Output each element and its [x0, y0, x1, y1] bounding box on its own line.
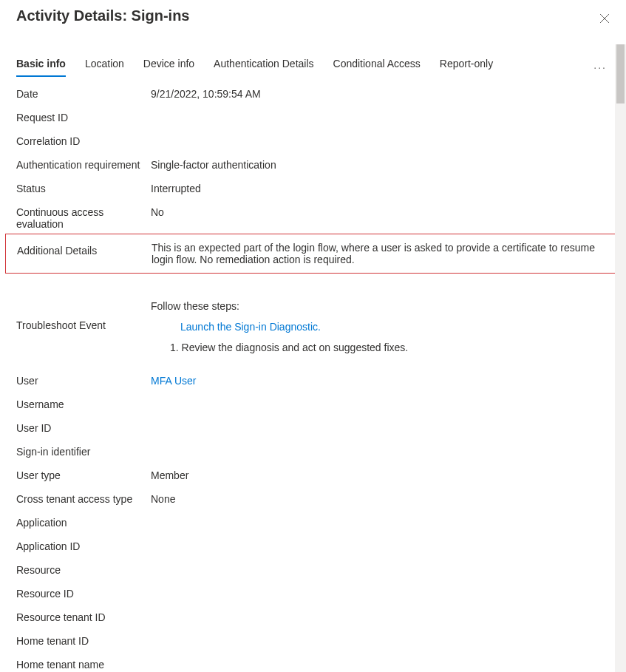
- tabs: Basic info Location Device info Authenti…: [16, 58, 493, 77]
- label-resource-tenant-id: Resource tenant ID: [16, 611, 151, 623]
- detail-row-application: Application: [16, 513, 610, 537]
- detail-row-status: Status Interrupted: [16, 179, 610, 203]
- value-auth-requirement: Single-factor authentication: [151, 159, 610, 171]
- label-user: User: [16, 375, 151, 387]
- detail-row-user: User MFA User: [16, 371, 610, 395]
- label-username: Username: [16, 398, 151, 410]
- value-date: 9/21/2022, 10:59:54 AM: [151, 88, 610, 100]
- label-date: Date: [16, 88, 151, 100]
- detail-row-cross-tenant: Cross tenant access type None: [16, 489, 610, 513]
- detail-row-user-id: User ID: [16, 418, 610, 442]
- label-status: Status: [16, 183, 151, 194]
- troubleshoot-intro: Follow these steps:: [151, 300, 610, 312]
- detail-row-troubleshoot: Troubleshoot Event Follow these steps: L…: [16, 300, 610, 353]
- label-signin-identifier: Sign-in identifier: [16, 446, 151, 458]
- launch-signin-diagnostic-link[interactable]: Launch the Sign-in Diagnostic.: [180, 321, 321, 333]
- troubleshoot-step: 1. Review the diagnosis and act on sugge…: [151, 342, 610, 353]
- label-user-type: User type: [16, 469, 151, 481]
- label-auth-requirement: Authentication requirement: [16, 159, 151, 171]
- label-cae: Continuous access evaluation: [16, 206, 151, 230]
- detail-row-auth-requirement: Authentication requirement Single-factor…: [16, 155, 610, 179]
- tab-authentication-details[interactable]: Authentication Details: [214, 58, 313, 77]
- label-troubleshoot: Troubleshoot Event: [16, 300, 151, 331]
- value-cae: No: [151, 206, 610, 218]
- more-icon[interactable]: ···: [591, 58, 610, 76]
- detail-row-request-id: Request ID: [16, 108, 610, 132]
- detail-row-cae: Continuous access evaluation No: [16, 203, 610, 234]
- value-user-link[interactable]: MFA User: [151, 375, 610, 387]
- detail-row-resource-tenant-id: Resource tenant ID: [16, 608, 610, 631]
- additional-details-highlight: Additional Details This is an expected p…: [5, 234, 621, 274]
- scrollbar[interactable]: [615, 44, 626, 672]
- detail-row-username: Username: [16, 395, 610, 418]
- detail-row-correlation-id: Correlation ID: [16, 132, 610, 155]
- label-resource: Resource: [16, 564, 151, 576]
- detail-row-date: Date 9/21/2022, 10:59:54 AM: [16, 84, 610, 108]
- tab-report-only[interactable]: Report-only: [440, 58, 493, 77]
- page-title: Activity Details: Sign-ins: [16, 7, 190, 24]
- detail-row-home-tenant-id: Home tenant ID: [16, 631, 610, 655]
- value-additional-details: This is an expected part of the login fl…: [152, 242, 609, 265]
- troubleshoot-content: Follow these steps: Launch the Sign-in D…: [151, 300, 610, 353]
- detail-row-home-tenant-name: Home tenant name: [16, 655, 610, 672]
- detail-row-user-type: User type Member: [16, 466, 610, 489]
- label-user-id: User ID: [16, 422, 151, 434]
- value-status: Interrupted: [151, 183, 610, 194]
- label-correlation-id: Correlation ID: [16, 135, 151, 147]
- label-resource-id: Resource ID: [16, 588, 151, 600]
- label-additional-details: Additional Details: [17, 242, 152, 257]
- tab-location[interactable]: Location: [85, 58, 124, 77]
- label-cross-tenant: Cross tenant access type: [16, 493, 151, 505]
- label-application-id: Application ID: [16, 540, 151, 552]
- scrollbar-thumb[interactable]: [616, 44, 625, 103]
- tab-device-info[interactable]: Device info: [143, 58, 194, 77]
- close-icon[interactable]: [596, 10, 613, 27]
- label-home-tenant-name: Home tenant name: [16, 659, 151, 671]
- label-application: Application: [16, 517, 151, 529]
- value-cross-tenant: None: [151, 493, 610, 505]
- detail-row-resource-id: Resource ID: [16, 584, 610, 608]
- value-user-type: Member: [151, 469, 610, 481]
- label-request-id: Request ID: [16, 112, 151, 123]
- detail-row-application-id: Application ID: [16, 537, 610, 560]
- label-home-tenant-id: Home tenant ID: [16, 635, 151, 647]
- detail-row-signin-identifier: Sign-in identifier: [16, 442, 610, 466]
- tab-basic-info[interactable]: Basic info: [16, 58, 66, 77]
- detail-row-resource: Resource: [16, 560, 610, 584]
- tab-conditional-access[interactable]: Conditional Access: [333, 58, 421, 77]
